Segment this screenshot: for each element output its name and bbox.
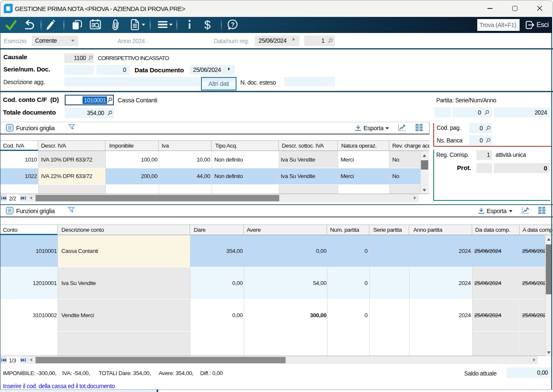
svg-text:?: ? bbox=[231, 21, 234, 28]
